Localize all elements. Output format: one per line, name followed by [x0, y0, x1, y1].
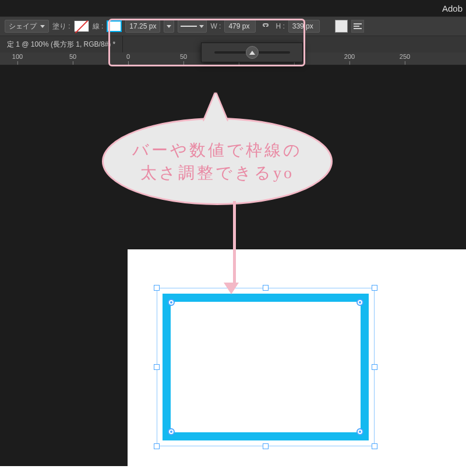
annotation-arrow-down-icon [230, 201, 239, 294]
annotation-bubble-tail-icon [204, 93, 227, 121]
ruler-tick: 50 [69, 53, 76, 65]
corner-anchor-icon[interactable] [168, 299, 175, 306]
transform-handle[interactable] [372, 285, 377, 291]
tool-mode-label: シェイプ [9, 22, 37, 31]
transform-handle[interactable] [372, 364, 377, 370]
fill-label: 塗り : [52, 22, 70, 31]
document-tab[interactable]: 定 1 @ 100% (長方形 1, RGB/8#) * [0, 36, 123, 52]
annotation-speech-bubble: バーや数値で枠線の 太さ調整できるyo [102, 118, 333, 205]
stroke-width-slider[interactable] [214, 51, 290, 54]
corner-anchor-icon[interactable] [356, 428, 363, 435]
stroke-width-dropdown[interactable] [164, 20, 174, 33]
link-dimensions-icon[interactable] [259, 20, 272, 33]
transform-handle[interactable] [154, 364, 160, 370]
stroke-width-field[interactable]: 17.25 px [125, 20, 160, 33]
path-align-button[interactable] [351, 20, 364, 33]
stroke-style-dropdown[interactable] [178, 20, 207, 33]
annotation-text: バーや数値で枠線の 太さ調整できるyo [132, 139, 302, 184]
path-operations-button[interactable] [335, 20, 348, 33]
chevron-down-icon [199, 25, 204, 28]
transform-handle[interactable] [154, 285, 160, 291]
corner-anchor-icon[interactable] [356, 299, 363, 306]
slider-thumb-icon[interactable] [246, 46, 259, 59]
transform-handle[interactable] [263, 443, 269, 449]
chevron-down-icon [167, 25, 171, 28]
artboard [128, 249, 466, 466]
ruler-tick: 200 [344, 53, 355, 65]
align-icon [354, 22, 362, 30]
height-field[interactable]: 339 px [288, 20, 320, 33]
document-tab-label: 定 1 @ 100% (長方形 1, RGB/8#) * [7, 40, 115, 50]
ruler-tick: 0 [126, 53, 130, 65]
stroke-swatch[interactable] [107, 20, 122, 32]
fill-swatch-none[interactable] [74, 20, 89, 32]
width-label: W : [210, 22, 221, 30]
width-field[interactable]: 479 px [224, 20, 256, 33]
ruler-tick: 50 [180, 53, 187, 65]
transform-handle[interactable] [263, 285, 269, 291]
ruler-tick: 250 [400, 53, 410, 65]
corner-anchor-icon[interactable] [168, 428, 175, 435]
transform-handle[interactable] [372, 443, 377, 449]
stroke-label: 線 : [93, 22, 104, 31]
solid-line-icon [181, 26, 197, 27]
height-value: 339 px [292, 22, 313, 30]
chevron-down-icon [40, 25, 45, 28]
rectangle-shape[interactable] [163, 294, 369, 440]
stroke-width-value: 17.25 px [129, 22, 156, 30]
height-label: H : [276, 22, 284, 30]
ruler-tick: 100 [12, 53, 23, 65]
title-bar: Adob [0, 0, 466, 16]
stroke-width-popup [201, 43, 303, 62]
width-value: 479 px [228, 22, 249, 30]
app-title-fragment: Adob [442, 3, 463, 13]
options-bar: シェイプ 塗り : 線 : 17.25 px W : 479 px H : 33… [0, 16, 466, 36]
tool-mode-dropdown[interactable]: シェイプ [5, 20, 49, 33]
transform-handle[interactable] [154, 443, 160, 449]
